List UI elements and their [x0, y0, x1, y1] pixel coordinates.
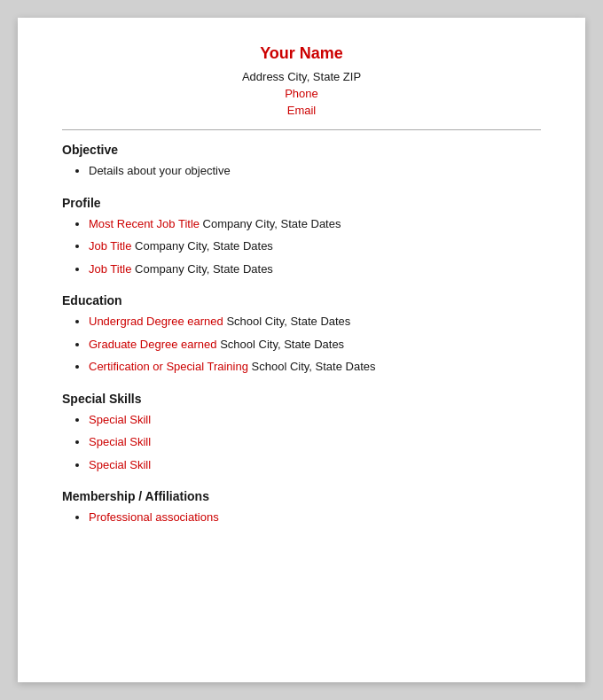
- list-item: Certification or Special Training School…: [89, 358, 541, 376]
- header-email: Email: [62, 104, 541, 117]
- section-title-education: Education: [62, 293, 541, 307]
- item-text: City, State: [252, 217, 308, 230]
- section-title-membership: Membership / Affiliations: [62, 489, 541, 503]
- header-address: Address City, State ZIP: [62, 70, 541, 83]
- item-text: Company: [131, 262, 184, 276]
- section-title-special-skills: Special Skills: [62, 392, 541, 406]
- item-text: Company: [131, 239, 184, 253]
- section-objective: ObjectiveDetails about your objective: [62, 143, 541, 180]
- item-text: City, State: [184, 262, 240, 276]
- item-text: Professional associations: [89, 510, 219, 524]
- bullet-list-membership: Professional associations: [62, 509, 541, 526]
- item-text: Dates: [239, 262, 273, 276]
- bullet-list-objective: Details about your objective: [62, 162, 541, 180]
- item-text: Special Skill: [89, 435, 151, 448]
- item-text: School: [217, 338, 255, 351]
- item-text: Job Title: [89, 262, 131, 276]
- item-text: City, State: [184, 239, 240, 253]
- item-text: Graduate Degree earned: [89, 338, 217, 351]
- section-education: EducationUndergrad Degree earned School …: [62, 293, 541, 376]
- item-text: City, State: [286, 360, 342, 373]
- list-item: Job Title Company City, State Dates: [89, 237, 541, 255]
- section-membership: Membership / AffiliationsProfessional as…: [62, 489, 541, 526]
- list-item: Special Skill: [89, 456, 541, 474]
- header-name: Your Name: [62, 44, 541, 63]
- section-special-skills: Special SkillsSpecial SkillSpecial Skill…: [62, 392, 541, 474]
- item-text: School: [248, 360, 286, 373]
- item-text: Most Recent Job Title: [89, 217, 200, 230]
- list-item: Special Skill: [89, 433, 541, 451]
- section-title-objective: Objective: [62, 143, 541, 157]
- item-text: Job Title: [89, 239, 131, 253]
- item-text: Undergrad Degree earned: [89, 315, 223, 328]
- item-text: Dates: [342, 360, 376, 373]
- sections-container: ObjectiveDetails about your objectivePro…: [62, 143, 541, 526]
- list-item: Undergrad Degree earned School City, Sta…: [89, 313, 541, 331]
- item-text: Dates: [239, 239, 273, 253]
- item-text: Certification or Special Training: [89, 360, 248, 373]
- resume-page: Your Name Address City, State ZIP Phone …: [18, 18, 585, 682]
- bullet-list-profile: Most Recent Job Title Company City, Stat…: [62, 215, 541, 278]
- section-profile: ProfileMost Recent Job Title Company Cit…: [62, 196, 541, 278]
- list-item: Professional associations: [89, 509, 541, 526]
- item-text: Dates: [317, 315, 351, 328]
- item-text: Special Skill: [89, 458, 151, 471]
- item-text: City, State: [255, 338, 311, 351]
- item-text: Dates: [308, 217, 341, 230]
- list-item: Job Title Company City, State Dates: [89, 261, 541, 278]
- bullet-list-education: Undergrad Degree earned School City, Sta…: [62, 313, 541, 376]
- resume-header: Your Name Address City, State ZIP Phone …: [62, 44, 541, 117]
- item-text: Dates: [311, 338, 345, 351]
- header-phone: Phone: [62, 87, 541, 100]
- item-text: City, State: [262, 315, 317, 328]
- header-divider: [62, 129, 541, 130]
- list-item: Details about your objective: [89, 162, 541, 180]
- list-item: Graduate Degree earned School City, Stat…: [89, 336, 541, 354]
- list-item: Special Skill: [89, 411, 541, 429]
- item-text: Special Skill: [89, 413, 151, 426]
- item-text: Company: [200, 217, 252, 230]
- bullet-list-special-skills: Special SkillSpecial SkillSpecial Skill: [62, 411, 541, 474]
- item-text: School: [223, 315, 262, 328]
- section-title-profile: Profile: [62, 196, 541, 210]
- item-text: Details about your objective: [89, 164, 231, 177]
- list-item: Most Recent Job Title Company City, Stat…: [89, 215, 541, 233]
